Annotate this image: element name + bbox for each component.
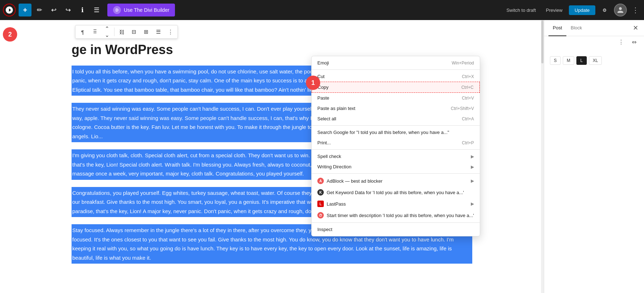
ctx-select-all-shortcut: Ctrl+A [462,116,474,121]
ctx-cut[interactable]: Cut Ctrl+X [312,71,480,82]
ctx-lastpass-label: LastPass [327,201,346,207]
avatar[interactable] [614,4,627,16]
ctx-search-google-label: Search Google for "I told you all this b… [317,130,449,135]
lastpass-icon: L [317,201,324,207]
top-bar: + ✏ ↩ ↪ ℹ ☰ D Use The Divi Builder Switc… [0,0,644,20]
link-button[interactable]: ⛓ [116,26,127,38]
undo-button[interactable]: ↩ [47,4,60,16]
scrollbar-thumb [541,20,543,63]
divi-label: Use The Divi Builder [124,7,169,13]
size-l[interactable]: L [576,56,587,65]
divi-icon: D [113,6,121,14]
tab-post[interactable]: Post [548,20,566,36]
sidebar-tabs: Post Block ✕ [544,20,644,36]
editor-scrollbar[interactable] [541,20,544,293]
ctx-keyword-left: K Get Keyword Data for 'I told you all t… [317,189,464,196]
ctx-copy-shortcut: Ctrl+C [461,85,473,90]
ctx-divider-3 [312,149,480,150]
settings-button[interactable]: ⚙ [598,4,611,16]
sidebar-content: S M L XL [544,48,644,293]
ctx-adblock-left: A AdBlock — best ad blocker [317,178,382,184]
editor-area: ¶ ⠿ ⌃⌄ ⛓ ⊟ ⊞ ☰ ⋮ ge in WordPress I told … [0,20,544,293]
sidebar-actions: ⋮ ⇔ [544,36,644,48]
ctx-timer-left: ⏱ Start timer with description 'I told y… [317,212,474,218]
sidebar-close-button[interactable]: ✕ [631,23,640,33]
more-options-button[interactable]: ⋮ [630,4,641,16]
ctx-print-label: Print... [317,140,331,145]
ctx-print-shortcut: Ctrl+P [462,140,474,145]
ctx-emoji-shortcut: Win+Period [452,61,474,66]
ctx-adblock-label: AdBlock — best ad blocker [327,178,382,184]
size-s[interactable]: S [550,56,561,65]
add-block-button[interactable]: + [19,4,31,16]
ctx-select-all-label: Select all [317,116,336,121]
context-menu: Emoji Win+Period Cut Ctrl+X Copy Ctrl+C … [311,56,480,236]
adblock-icon: A [317,178,324,184]
ctx-timer-label: Start timer with description 'I told you… [327,213,474,218]
ctx-spell-check-label: Spell check [317,154,341,159]
ctx-divider-2 [312,125,480,126]
ctx-paste-plain[interactable]: Paste as plain text Ctrl+Shift+V [312,103,480,114]
ctx-emoji-label: Emoji [317,60,329,66]
ctx-spell-check-arrow: ▶ [471,154,474,159]
ctx-lastpass[interactable]: L LastPass ▶ [312,198,480,210]
move-button[interactable]: ⌃⌄ [101,26,113,38]
ctx-timer[interactable]: ⏱ Start timer with description 'I told y… [312,210,480,221]
ctx-divider-1 [312,69,480,70]
badge-1: 1 [306,76,320,90]
tab-block[interactable]: Block [566,20,586,36]
ctx-emoji[interactable]: Emoji Win+Period [312,58,480,68]
justify-button[interactable]: ☰ [152,26,164,38]
size-m[interactable]: M [563,56,574,65]
ctx-writing-direction[interactable]: Writing Direction ▶ [312,162,480,172]
ctx-select-all[interactable]: Select all Ctrl+A [312,114,480,124]
update-button[interactable]: Update [569,5,595,15]
ctx-inspect[interactable]: Inspect [312,224,480,235]
ctx-divider-5 [312,222,480,223]
size-xl[interactable]: XL [589,56,602,65]
divi-builder-button[interactable]: D Use The Divi Builder [107,4,175,16]
main-area: ¶ ⠿ ⌃⌄ ⛓ ⊟ ⊞ ☰ ⋮ ge in WordPress I told … [0,20,644,293]
ctx-divider-4 [312,173,480,174]
ctx-paste-plain-label: Paste as plain text [317,106,355,111]
preview-button[interactable]: Preview [542,5,566,15]
ctx-paste-shortcut: Ctrl+V [462,96,474,101]
badge-2: 2 [3,27,17,42]
ctx-adblock[interactable]: A AdBlock — best ad blocker ▶ [312,175,480,187]
ctx-spell-check[interactable]: Spell check ▶ [312,151,480,162]
info-button[interactable]: ℹ [76,4,89,16]
ctx-print[interactable]: Print... Ctrl+P [312,138,480,148]
right-sidebar: Post Block ✕ ⋮ ⇔ S M L XL [544,20,644,293]
ctx-paste-plain-shortcut: Ctrl+Shift+V [451,106,474,111]
ctx-cut-shortcut: Ctrl+X [462,74,474,79]
timer-icon: ⏱ [317,212,324,218]
ctx-copy[interactable]: Copy Ctrl+C [312,82,480,93]
list-view-button[interactable]: ☰ [90,4,103,16]
more-options-toolbar-button[interactable]: ⋮ [165,26,176,38]
toolbar-divider-1 [114,28,114,36]
ctx-paste-label: Paste [317,95,329,101]
columns-button[interactable]: ⊟ [128,26,140,38]
block-toolbar: ¶ ⠿ ⌃⌄ ⛓ ⊟ ⊞ ☰ ⋮ [75,25,178,39]
ctx-lastpass-arrow: ▶ [471,201,474,206]
ctx-search-google[interactable]: Search Google for "I told you all this b… [312,127,480,138]
ctx-writing-direction-arrow: ▶ [471,164,474,169]
text-align-button[interactable]: ⊞ [140,26,152,38]
ctx-adblock-arrow: ▶ [471,178,474,183]
ctx-lastpass-left: L LastPass [317,201,346,207]
wp-logo [3,4,16,16]
drag-handle-button[interactable]: ⠿ [89,26,101,38]
ctx-inspect-label: Inspect [317,227,332,232]
size-options: S M L XL [550,56,638,65]
ctx-paste[interactable]: Paste Ctrl+V [312,93,480,103]
redo-button[interactable]: ↪ [62,4,74,16]
ctx-keyword-label: Get Keyword Data for 'I told you all thi… [327,190,464,195]
switch-draft-button[interactable]: Switch to draft [503,5,539,15]
sidebar-action-1[interactable]: ⋮ [615,36,627,48]
edit-button[interactable]: ✏ [33,4,46,16]
sidebar-action-2[interactable]: ⇔ [628,36,640,48]
ctx-writing-direction-label: Writing Direction [317,164,351,169]
ctx-keyword[interactable]: K Get Keyword Data for 'I told you all t… [312,187,480,198]
paragraph-type-button[interactable]: ¶ [77,26,88,38]
top-bar-right: Switch to draft Preview Update ⚙ ⋮ [503,4,641,16]
